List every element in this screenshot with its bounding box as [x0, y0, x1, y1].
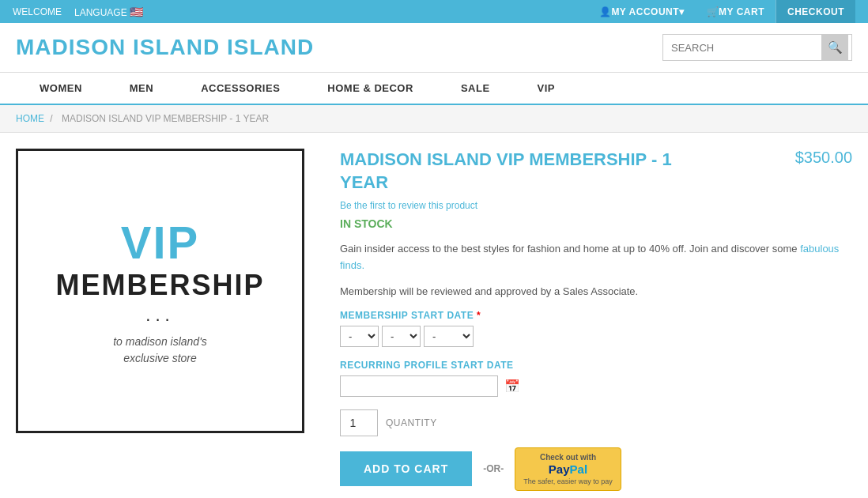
action-row: ADD TO CART -OR- Check out with PayPal T… [340, 447, 852, 491]
breadcrumb: HOME / MADISON ISLAND VIP MEMBERSHIP - 1… [0, 105, 868, 133]
language-label: LANGUAGE 🇺🇸 [74, 6, 143, 18]
product-price: $350.00 [795, 149, 852, 167]
date-year-select[interactable]: - 202320242025 [424, 326, 474, 347]
membership-start-label: MEMBERSHIP START DATE * [340, 310, 852, 321]
recurring-section: RECURRING PROFILE START DATE 📅 [340, 360, 852, 397]
quantity-row: QUANTITY [340, 409, 852, 436]
product-details: MADISON ISLAND VIP MEMBERSHIP - 1 YEAR $… [340, 149, 852, 491]
user-icon: 👤 [599, 6, 612, 17]
top-bar: WELCOME LANGUAGE 🇺🇸 👤 MY ACCOUNT ▾ 🛒 MY … [0, 0, 868, 23]
product-title: MADISON ISLAND VIP MEMBERSHIP - 1 YEAR [340, 149, 672, 194]
search-box: 🔍 [662, 34, 852, 61]
product-image-box: VIP MEMBERSHIP ... to madison island's e… [16, 149, 304, 433]
required-marker: * [477, 310, 481, 321]
logo: MADISON ISLAND ISLAND [16, 35, 314, 60]
dropdown-arrow-icon: ▾ [679, 6, 685, 17]
paypal-logo: PayPal [549, 462, 587, 476]
membership-start-section: MEMBERSHIP START DATE * - 01020304 05060… [340, 310, 852, 347]
cart-icon: 🛒 [707, 6, 719, 17]
quantity-input[interactable] [340, 409, 378, 436]
or-text: -OR- [483, 463, 504, 474]
breadcrumb-separator: / [50, 113, 52, 124]
image-subtext: to madison island's exclusive store [113, 334, 207, 367]
nav-vip[interactable]: VIP [514, 73, 579, 104]
top-bar-right: 👤 MY ACCOUNT ▾ 🛒 MY CART CHECKOUT [588, 0, 855, 23]
search-input[interactable] [663, 35, 821, 60]
product-image-area: VIP MEMBERSHIP ... to madison island's e… [16, 149, 308, 491]
highlight-text: fabulous finds. [340, 243, 839, 271]
recurring-label: RECURRING PROFILE START DATE [340, 360, 852, 371]
availability-badge: IN STOCK [340, 217, 852, 230]
paypal-top-text: Check out with [540, 453, 596, 462]
breadcrumb-current: MADISON ISLAND VIP MEMBERSHIP - 1 YEAR [62, 113, 269, 124]
top-bar-left: WELCOME LANGUAGE 🇺🇸 [13, 6, 143, 18]
flag-icon: 🇺🇸 [130, 6, 143, 18]
dots-decoration: ... [145, 305, 174, 326]
product-desc-1: Gain insider access to the best styles f… [340, 241, 852, 274]
nav-sale[interactable]: SALE [437, 73, 514, 104]
logo-sub: ISLAND [133, 35, 220, 59]
product-title-row: MADISON ISLAND VIP MEMBERSHIP - 1 YEAR $… [340, 149, 852, 194]
main-content: VIP MEMBERSHIP ... to madison island's e… [0, 133, 868, 498]
date-day-select[interactable]: - 01020304 05060708 0910 [382, 326, 421, 347]
nav-men[interactable]: MEN [106, 73, 177, 104]
my-account-link[interactable]: 👤 MY ACCOUNT ▾ [588, 0, 696, 23]
recurring-date-input[interactable] [340, 375, 498, 397]
logo-main: MADISON [16, 35, 126, 59]
nav-women[interactable]: WOMEN [16, 73, 106, 104]
add-to-cart-button[interactable]: ADD TO CART [340, 451, 472, 486]
search-button[interactable]: 🔍 [821, 34, 848, 61]
main-nav: WOMEN MEN ACCESSORIES HOME & DECOR SALE … [0, 73, 868, 105]
vip-text: VIP [121, 216, 200, 269]
paypal-button[interactable]: Check out with PayPal The safer, easier … [515, 447, 621, 491]
date-month-select[interactable]: - 01020304 05060708 09101112 [340, 326, 379, 347]
welcome-label: WELCOME [13, 6, 62, 17]
my-cart-link[interactable]: 🛒 MY CART [696, 0, 776, 23]
checkout-link[interactable]: CHECKOUT [776, 0, 855, 23]
product-desc-2: Membership will be reviewed and approved… [340, 284, 852, 300]
paypal-sub-text: The safer, easier way to pay [523, 477, 613, 485]
breadcrumb-home[interactable]: HOME [16, 113, 44, 124]
review-link[interactable]: Be the first to review this product [340, 200, 852, 211]
membership-text: MEMBERSHIP [55, 269, 264, 302]
nav-home-decor[interactable]: HOME & DECOR [304, 73, 437, 104]
header: MADISON ISLAND ISLAND 🔍 [0, 23, 868, 73]
date-selects: - 01020304 05060708 09101112 - 01020304 … [340, 326, 852, 347]
calendar-icon[interactable]: 📅 [503, 376, 522, 395]
nav-accessories[interactable]: ACCESSORIES [177, 73, 304, 104]
date-input-row: 📅 [340, 375, 852, 397]
quantity-label: QUANTITY [386, 417, 437, 428]
